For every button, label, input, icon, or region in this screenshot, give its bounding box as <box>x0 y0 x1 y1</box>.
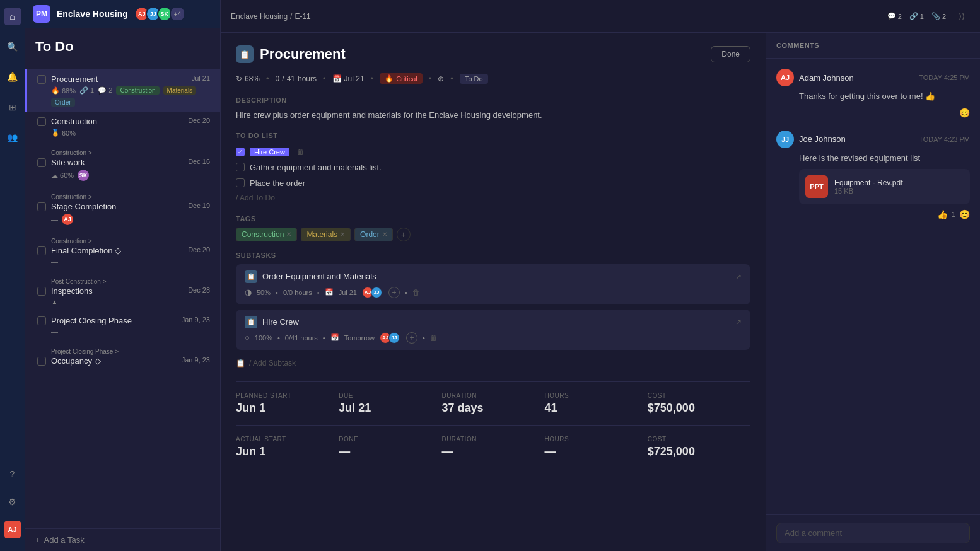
todo-item-order: Place the order <box>236 175 750 191</box>
subtask-avatar-1b: JJ <box>371 287 382 298</box>
tag-order-1[interactable]: Order <box>51 98 75 107</box>
sidebar-icon-grid[interactable]: ⊞ <box>4 98 21 116</box>
sidebar-icon-bell[interactable]: 🔔 <box>4 68 21 86</box>
assign-icon[interactable]: ⊕ <box>438 74 444 83</box>
sidebar-icon-settings[interactable]: ⚙ <box>4 493 21 511</box>
task-checkbox-final[interactable] <box>37 246 46 255</box>
comment-attachment-joe[interactable]: PPT Equipment - Rev.pdf 15 KB <box>799 169 970 204</box>
stat-hours: HOURS 41 <box>545 392 648 415</box>
add-task-label: Add a Task <box>44 535 85 545</box>
todo-delete-hire[interactable]: 🗑 <box>297 148 305 156</box>
todo-item-hire-crew: ✓ Hire Crew 🗑 <box>236 144 750 160</box>
todo-check-hire-crew[interactable]: ✓ <box>236 148 245 156</box>
task-checkbox-closing[interactable] <box>37 316 46 325</box>
task-list: Procurement Jul 21 🔥 68% 🔗 1 💬 2 Constru… <box>25 64 220 528</box>
task-panel-header: To Do <box>25 28 220 64</box>
task-item-sitework[interactable]: Construction > Site work Dec 16 ☁ 60% SK <box>25 142 220 186</box>
meta-sep-2: • <box>317 289 320 296</box>
attachment-icon-joe: PPT <box>805 175 828 198</box>
subtask-add-assignee-2[interactable]: + <box>406 332 417 344</box>
status-badge[interactable]: To Do <box>460 74 488 84</box>
hours-stat-label: HOURS <box>545 392 638 399</box>
tag-construction-1[interactable]: Construction <box>116 86 159 95</box>
sidebar-icon-search[interactable]: 🔍 <box>4 38 21 55</box>
priority-badge[interactable]: 🔥 Critical <box>380 73 423 84</box>
emoji-reaction-joe[interactable]: 😊 <box>959 209 970 219</box>
tag-detail-construction[interactable]: Construction ✕ <box>236 228 297 241</box>
breadcrumb-sep: / <box>290 12 292 21</box>
group-label-sitework: Construction > <box>51 149 210 156</box>
task-checkbox-occupancy[interactable] <box>37 357 46 366</box>
add-todo-label: / Add To Do <box>236 194 275 202</box>
tag-remove-order[interactable]: ✕ <box>382 231 387 238</box>
subtask-progress-1: 50% <box>257 289 271 296</box>
task-progress-sitework: ☁ 60% <box>51 171 74 180</box>
tag-remove-construction[interactable]: ✕ <box>286 231 291 238</box>
tag-detail-materials[interactable]: Materials ✕ <box>301 228 351 241</box>
subtask-add-assignee-1[interactable]: + <box>388 287 400 298</box>
subtask-avatars-1: AJ JJ <box>362 287 382 298</box>
task-checkbox-sitework[interactable] <box>37 158 46 167</box>
subtask-date-2: Tomorrow <box>344 334 375 342</box>
add-subtask-button[interactable]: 📋 / Add Subtask <box>236 355 750 371</box>
add-tag-button[interactable]: + <box>397 228 411 241</box>
detail-task-icon: 📋 <box>236 45 254 63</box>
collapse-button[interactable]: ⟩⟩ <box>954 6 970 26</box>
task-date-inspections: Dec 28 <box>188 286 210 294</box>
subtask-avatar-2b: JJ <box>388 332 400 344</box>
detail-header: 📋 Procurement Done <box>236 45 750 63</box>
breadcrumb-id[interactable]: E-11 <box>295 12 310 21</box>
duration-value: 37 days <box>441 402 534 415</box>
task-item-final-completion[interactable]: Construction > Final Completion ◇ Dec 20… <box>25 230 220 270</box>
subtask-progress-2: 100% <box>255 334 272 342</box>
subtask-item-order-equipment: 📋 Order Equipment and Materials ↗ ◑ 50% … <box>236 264 750 304</box>
task-checkbox-inspections[interactable] <box>37 287 46 296</box>
comment-author-adam: Adam Johnson <box>799 73 854 83</box>
done-button[interactable]: Done <box>711 46 750 62</box>
task-item-construction[interactable]: Construction Dec 20 🏅 60% <box>25 112 220 142</box>
sidebar-icon-user-avatar[interactable]: AJ <box>4 521 21 538</box>
task-item-occupancy[interactable]: Project Closing Phase > Occupancy ◇ Jan … <box>25 340 220 381</box>
todo-check-gather[interactable] <box>236 163 245 171</box>
subtask-delete-1[interactable]: 🗑 <box>412 288 420 297</box>
task-progress-final: — <box>51 258 58 265</box>
subtask-external-1[interactable]: ↗ <box>735 272 742 281</box>
sidebar-icon-people[interactable]: 👥 <box>4 129 21 146</box>
project-logo: PM <box>33 5 50 23</box>
task-comment-count: 🔗 1 <box>79 86 94 95</box>
tag-remove-materials[interactable]: ✕ <box>340 231 345 238</box>
task-item-closing-phase[interactable]: Project Closing Phase Jan 9, 23 — <box>25 311 220 340</box>
task-checkbox-stage[interactable] <box>37 202 46 211</box>
stat-duration2: DURATION — <box>441 436 544 458</box>
detail-progress-value: 68% <box>245 74 260 83</box>
comment-text-joe: Here is the revised equipment list <box>799 152 970 165</box>
subtask-external-2[interactable]: ↗ <box>735 318 742 327</box>
thumbs-up-icon[interactable]: 👍 <box>937 209 948 219</box>
stat-due: DUE Jul 21 <box>339 392 441 415</box>
task-item-inspections[interactable]: Post Construction > Inspections Dec 28 ▲ <box>25 270 220 311</box>
sidebar-icon-help[interactable]: ? <box>4 465 21 483</box>
emoji-reaction-adam[interactable]: 😊 <box>959 108 970 118</box>
breadcrumb-project[interactable]: Enclave Housing <box>231 12 288 21</box>
stat-cost: COST $750,000 <box>648 392 750 415</box>
todo-check-order[interactable] <box>236 178 245 187</box>
task-checkbox-procurement[interactable] <box>37 75 46 84</box>
add-task-button[interactable]: + Add a Task <box>25 528 220 551</box>
task-link-count: 💬 2 <box>98 86 112 95</box>
hours2-value: — <box>545 445 638 458</box>
tag-detail-order[interactable]: Order ✕ <box>354 228 393 241</box>
meta-sep-1: • <box>276 289 278 296</box>
task-item-procurement[interactable]: Procurement Jul 21 🔥 68% 🔗 1 💬 2 Constru… <box>25 69 220 112</box>
subtask-delete-2[interactable]: 🗑 <box>430 334 438 342</box>
comment-input[interactable] <box>776 523 970 543</box>
task-item-stage-completion[interactable]: Construction > Stage Completion Dec 19 —… <box>25 186 220 230</box>
header-avatar-more[interactable]: +4 <box>170 6 185 21</box>
group-label-final: Construction > <box>51 238 210 245</box>
todo-text-gather: Gather equipment and materials list. <box>250 163 382 172</box>
tag-materials-1[interactable]: Materials <box>163 86 197 95</box>
task-checkbox-construction[interactable] <box>37 117 46 126</box>
comment-author-joe: Joe Johnson <box>799 134 846 144</box>
sidebar-icon-home[interactable]: ⌂ <box>4 8 21 25</box>
main-content: Enclave Housing / E-11 💬 2 🔗 1 📎 2 ⟩⟩ 📋 … <box>221 0 980 551</box>
add-todo-button[interactable]: / Add To Do <box>236 191 750 205</box>
